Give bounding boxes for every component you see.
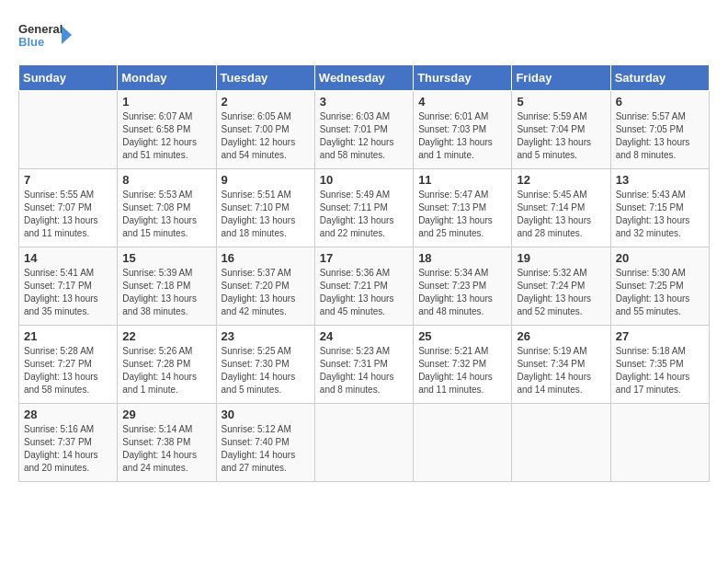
calendar-cell (414, 404, 512, 482)
day-number: 12 (517, 173, 605, 187)
day-number: 8 (122, 173, 210, 187)
day-number: 13 (616, 173, 704, 187)
day-info: Sunrise: 5:26 AM Sunset: 7:28 PM Dayligh… (122, 345, 210, 396)
day-info: Sunrise: 5:41 AM Sunset: 7:17 PM Dayligh… (24, 267, 112, 318)
col-header-friday: Friday (512, 65, 610, 91)
calendar-cell: 7Sunrise: 5:55 AM Sunset: 7:07 PM Daylig… (19, 169, 118, 247)
day-info: Sunrise: 5:28 AM Sunset: 7:27 PM Dayligh… (24, 345, 112, 396)
day-info: Sunrise: 6:03 AM Sunset: 7:01 PM Dayligh… (320, 110, 408, 162)
day-info: Sunrise: 5:12 AM Sunset: 7:40 PM Dayligh… (222, 423, 310, 475)
calendar-table: SundayMondayTuesdayWednesdayThursdayFrid… (18, 64, 710, 482)
calendar-cell: 19Sunrise: 5:32 AM Sunset: 7:24 PM Dayli… (512, 247, 610, 326)
calendar-cell: 14Sunrise: 5:41 AM Sunset: 7:17 PM Dayli… (19, 247, 118, 326)
day-number: 30 (222, 408, 310, 421)
calendar-cell: 1Sunrise: 6:07 AM Sunset: 6:58 PM Daylig… (118, 91, 216, 169)
week-row-2: 7Sunrise: 5:55 AM Sunset: 7:07 PM Daylig… (19, 169, 710, 247)
calendar-cell: 2Sunrise: 6:05 AM Sunset: 7:00 PM Daylig… (216, 91, 314, 169)
calendar-cell (314, 404, 413, 482)
day-number: 23 (222, 329, 310, 343)
calendar-cell (610, 404, 709, 482)
day-info: Sunrise: 5:32 AM Sunset: 7:24 PM Dayligh… (517, 267, 605, 318)
col-header-thursday: Thursday (414, 65, 512, 91)
day-number: 27 (616, 329, 704, 343)
calendar-cell: 20Sunrise: 5:30 AM Sunset: 7:25 PM Dayli… (610, 247, 709, 326)
calendar-cell: 12Sunrise: 5:45 AM Sunset: 7:14 PM Dayli… (512, 169, 610, 247)
week-row-5: 28Sunrise: 5:16 AM Sunset: 7:37 PM Dayli… (19, 404, 710, 482)
calendar-cell: 16Sunrise: 5:37 AM Sunset: 7:20 PM Dayli… (216, 247, 314, 326)
day-info: Sunrise: 5:25 AM Sunset: 7:30 PM Dayligh… (222, 345, 310, 396)
logo: GeneralBlue (18, 18, 74, 55)
col-header-monday: Monday (118, 65, 216, 91)
day-number: 11 (418, 173, 506, 187)
calendar-cell: 17Sunrise: 5:36 AM Sunset: 7:21 PM Dayli… (314, 247, 413, 326)
calendar-cell (19, 91, 118, 169)
calendar-cell: 18Sunrise: 5:34 AM Sunset: 7:23 PM Dayli… (414, 247, 512, 326)
calendar-cell: 5Sunrise: 5:59 AM Sunset: 7:04 PM Daylig… (512, 91, 610, 169)
day-info: Sunrise: 5:45 AM Sunset: 7:14 PM Dayligh… (517, 189, 605, 240)
week-row-3: 14Sunrise: 5:41 AM Sunset: 7:17 PM Dayli… (19, 247, 710, 326)
day-info: Sunrise: 5:37 AM Sunset: 7:20 PM Dayligh… (222, 267, 310, 318)
week-row-1: 1Sunrise: 6:07 AM Sunset: 6:58 PM Daylig… (19, 91, 710, 169)
day-number: 5 (517, 95, 605, 109)
svg-text:General: General (18, 22, 63, 36)
col-header-wednesday: Wednesday (314, 65, 413, 91)
calendar-cell: 23Sunrise: 5:25 AM Sunset: 7:30 PM Dayli… (216, 326, 314, 404)
day-info: Sunrise: 5:51 AM Sunset: 7:10 PM Dayligh… (222, 189, 310, 240)
day-number: 20 (616, 251, 704, 265)
calendar-cell: 29Sunrise: 5:14 AM Sunset: 7:38 PM Dayli… (118, 404, 216, 482)
calendar-cell: 11Sunrise: 5:47 AM Sunset: 7:13 PM Dayli… (414, 169, 512, 247)
calendar-cell: 8Sunrise: 5:53 AM Sunset: 7:08 PM Daylig… (118, 169, 216, 247)
day-info: Sunrise: 5:39 AM Sunset: 7:18 PM Dayligh… (122, 267, 210, 318)
day-info: Sunrise: 5:43 AM Sunset: 7:15 PM Dayligh… (616, 189, 704, 240)
calendar-cell: 24Sunrise: 5:23 AM Sunset: 7:31 PM Dayli… (314, 326, 413, 404)
day-info: Sunrise: 5:53 AM Sunset: 7:08 PM Dayligh… (122, 189, 210, 240)
day-info: Sunrise: 6:07 AM Sunset: 6:58 PM Dayligh… (122, 110, 210, 162)
calendar-cell: 28Sunrise: 5:16 AM Sunset: 7:37 PM Dayli… (19, 404, 118, 482)
day-info: Sunrise: 6:05 AM Sunset: 7:00 PM Dayligh… (222, 110, 310, 162)
day-number: 15 (122, 251, 210, 265)
day-number: 24 (320, 329, 408, 343)
calendar-cell: 9Sunrise: 5:51 AM Sunset: 7:10 PM Daylig… (216, 169, 314, 247)
day-number: 25 (418, 329, 506, 343)
day-info: Sunrise: 5:59 AM Sunset: 7:04 PM Dayligh… (517, 110, 605, 162)
calendar-cell (512, 404, 610, 482)
day-number: 7 (24, 173, 112, 187)
day-number: 22 (122, 329, 210, 343)
calendar-cell: 6Sunrise: 5:57 AM Sunset: 7:05 PM Daylig… (610, 91, 709, 169)
day-number: 21 (24, 329, 112, 343)
col-header-saturday: Saturday (610, 65, 709, 91)
day-info: Sunrise: 5:55 AM Sunset: 7:07 PM Dayligh… (24, 189, 112, 240)
calendar-cell: 3Sunrise: 6:03 AM Sunset: 7:01 PM Daylig… (314, 91, 413, 169)
day-number: 16 (222, 251, 310, 265)
day-number: 2 (222, 95, 310, 109)
logo-svg: GeneralBlue (18, 18, 74, 55)
day-number: 26 (517, 329, 605, 343)
svg-text:Blue: Blue (18, 35, 44, 49)
day-info: Sunrise: 5:23 AM Sunset: 7:31 PM Dayligh… (320, 345, 408, 396)
col-header-sunday: Sunday (19, 65, 118, 91)
day-info: Sunrise: 6:01 AM Sunset: 7:03 PM Dayligh… (418, 110, 506, 162)
day-info: Sunrise: 5:14 AM Sunset: 7:38 PM Dayligh… (122, 423, 210, 475)
day-number: 14 (24, 251, 112, 265)
day-number: 1 (122, 95, 210, 109)
calendar-cell: 10Sunrise: 5:49 AM Sunset: 7:11 PM Dayli… (314, 169, 413, 247)
day-number: 6 (616, 95, 704, 109)
col-header-tuesday: Tuesday (216, 65, 314, 91)
day-info: Sunrise: 5:16 AM Sunset: 7:37 PM Dayligh… (24, 423, 112, 475)
day-info: Sunrise: 5:49 AM Sunset: 7:11 PM Dayligh… (320, 189, 408, 240)
day-info: Sunrise: 5:57 AM Sunset: 7:05 PM Dayligh… (616, 110, 704, 162)
day-info: Sunrise: 5:30 AM Sunset: 7:25 PM Dayligh… (616, 267, 704, 318)
calendar-cell: 21Sunrise: 5:28 AM Sunset: 7:27 PM Dayli… (19, 326, 118, 404)
day-number: 3 (320, 95, 408, 109)
day-info: Sunrise: 5:36 AM Sunset: 7:21 PM Dayligh… (320, 267, 408, 318)
day-number: 10 (320, 173, 408, 187)
week-row-4: 21Sunrise: 5:28 AM Sunset: 7:27 PM Dayli… (19, 326, 710, 404)
calendar-cell: 25Sunrise: 5:21 AM Sunset: 7:32 PM Dayli… (414, 326, 512, 404)
day-number: 4 (418, 95, 506, 109)
day-info: Sunrise: 5:18 AM Sunset: 7:35 PM Dayligh… (616, 345, 704, 396)
svg-marker-2 (62, 26, 72, 44)
calendar-cell: 30Sunrise: 5:12 AM Sunset: 7:40 PM Dayli… (216, 404, 314, 482)
calendar-cell: 4Sunrise: 6:01 AM Sunset: 7:03 PM Daylig… (414, 91, 512, 169)
calendar-cell: 15Sunrise: 5:39 AM Sunset: 7:18 PM Dayli… (118, 247, 216, 326)
day-number: 9 (222, 173, 310, 187)
